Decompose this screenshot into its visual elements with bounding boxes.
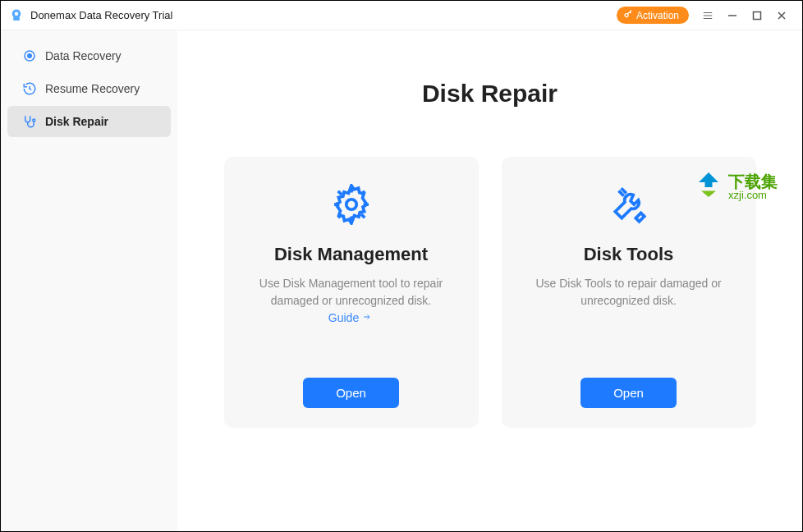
app-logo-icon — [9, 8, 24, 23]
app-title: Donemax Data Recovery Trial — [30, 9, 617, 21]
sidebar-item-label: Disk Repair — [45, 115, 108, 128]
activation-button[interactable]: Activation — [617, 7, 689, 24]
sidebar-item-data-recovery[interactable]: Data Recovery — [7, 40, 171, 71]
target-icon — [22, 48, 37, 63]
close-button[interactable] — [769, 4, 794, 27]
card-title: Disk Management — [274, 244, 428, 265]
page-title: Disk Repair — [422, 80, 558, 108]
cards-row: Disk Management Use Disk Management tool… — [224, 157, 756, 428]
svg-point-0 — [15, 11, 19, 16]
open-disk-management-button[interactable]: Open — [303, 378, 399, 408]
sidebar-item-label: Resume Recovery — [45, 82, 140, 95]
stethoscope-icon — [22, 114, 37, 129]
menu-button[interactable] — [695, 4, 720, 27]
sidebar: Data Recovery Resume Recovery Disk Repai… — [1, 30, 177, 531]
card-disk-tools: Disk Tools Use Disk Tools to repair dama… — [502, 157, 756, 428]
card-description: Use Disk Tools to repair damaged or unre… — [521, 275, 736, 310]
sidebar-item-label: Data Recovery — [45, 49, 122, 62]
open-disk-tools-button[interactable]: Open — [580, 378, 677, 408]
maximize-button[interactable] — [745, 4, 769, 27]
clock-rotate-icon — [22, 81, 37, 96]
minimize-button[interactable] — [720, 4, 745, 27]
titlebar: Donemax Data Recovery Trial Activation — [1, 1, 802, 30]
guide-link[interactable]: Guide — [328, 311, 374, 324]
card-description: Use Disk Management tool to repair damag… — [244, 275, 459, 310]
gear-icon — [328, 181, 374, 227]
svg-point-4 — [28, 54, 32, 58]
svg-point-5 — [33, 119, 35, 122]
sidebar-item-resume-recovery[interactable]: Resume Recovery — [7, 73, 171, 104]
svg-point-1 — [625, 14, 628, 17]
svg-point-6 — [346, 200, 356, 210]
card-title: Disk Tools — [584, 244, 674, 265]
tools-icon — [606, 181, 652, 227]
svg-rect-2 — [754, 11, 761, 19]
key-icon — [623, 9, 633, 21]
sidebar-item-disk-repair[interactable]: Disk Repair — [7, 106, 171, 137]
card-disk-management: Disk Management Use Disk Management tool… — [224, 157, 479, 428]
main-content: Disk Repair Disk Management Use Disk Man… — [177, 30, 802, 531]
arrow-right-icon — [360, 311, 374, 324]
